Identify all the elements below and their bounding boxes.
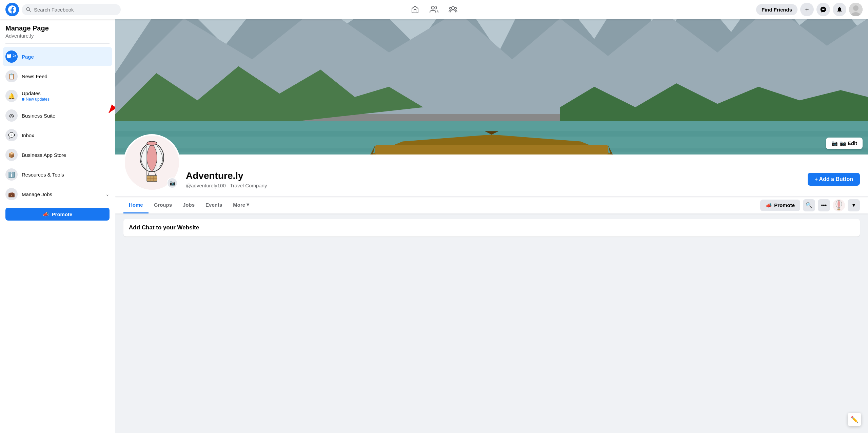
business-suite-icon: ◎ xyxy=(5,109,18,122)
business-app-store-icon: 📦 xyxy=(5,149,18,161)
svg-rect-40 xyxy=(837,208,840,210)
main-layout: Manage Page Adventure.ly 🏳 Page 📋 xyxy=(0,19,868,433)
tab-jobs[interactable]: Jobs xyxy=(177,197,200,213)
page-name-subtitle: Adventure.ly xyxy=(5,33,110,39)
inbox-icon: 💬 xyxy=(5,129,18,141)
bell-icon xyxy=(836,6,843,13)
sidebar-divider xyxy=(5,43,110,44)
messenger-button[interactable] xyxy=(816,3,830,16)
top-navigation: Search Facebook Find Friends ＋ xyxy=(0,0,868,19)
main-content: 📷 📷 Edit xyxy=(115,19,868,433)
user-avatar-icon xyxy=(849,3,863,16)
sidebar-item-resources-tools[interactable]: ℹ️ Resources & Tools xyxy=(3,165,112,184)
manage-jobs-icon: 💼 xyxy=(5,188,18,200)
more-chevron: ▾ xyxy=(246,202,249,208)
sidebar-header: Manage Page Adventure.ly xyxy=(0,19,115,40)
promote-tab-button[interactable]: 📣 Promote xyxy=(760,200,800,211)
promote-icon: 📣 xyxy=(43,211,49,217)
page-handle: @adventurely100 xyxy=(186,183,226,188)
camera-icon: 📷 xyxy=(831,140,838,146)
tab-actions: 📣 Promote 🔍 ••• ▾ xyxy=(760,199,860,211)
tab-groups[interactable]: Groups xyxy=(149,197,177,213)
chat-widget: Add Chat to your Website xyxy=(123,219,860,236)
add-button-label: + Add a Button xyxy=(814,176,853,182)
friends-icon xyxy=(430,5,438,14)
svg-point-0 xyxy=(431,6,434,9)
chat-widget-text: Add Chat to your Website xyxy=(129,224,199,231)
user-avatar[interactable] xyxy=(849,3,863,16)
more-tab-button[interactable]: ••• xyxy=(818,199,830,211)
tab-events[interactable]: Events xyxy=(200,197,228,213)
profile-meta: @adventurely100 · Travel Company xyxy=(186,183,802,188)
page-avatar-small[interactable] xyxy=(833,199,845,211)
page-icon: 🏳 xyxy=(5,50,18,63)
page-category: Travel Company xyxy=(230,183,267,188)
manage-jobs-chevron: ⌄ xyxy=(105,191,110,197)
sidebar-item-inbox-text: Inbox xyxy=(22,132,110,138)
promote-tab-icon: 📣 xyxy=(766,202,772,208)
sidebar-item-page-label: Page xyxy=(22,54,110,60)
search-icon xyxy=(26,7,31,12)
sidebar-item-news-feed[interactable]: 📋 News Feed xyxy=(3,67,112,86)
find-friends-button[interactable]: Find Friends xyxy=(756,4,797,15)
cover-photo-container: 📷 📷 Edit xyxy=(115,19,868,154)
messenger-icon xyxy=(820,6,827,13)
sidebar-item-manage-jobs[interactable]: 💼 Manage Jobs ⌄ xyxy=(3,185,112,204)
meta-separator: · xyxy=(227,183,230,188)
new-updates-dot xyxy=(22,98,24,101)
topnav-right: Find Friends ＋ xyxy=(747,3,863,16)
resources-tools-icon: ℹ️ xyxy=(5,168,18,181)
home-nav-button[interactable] xyxy=(407,1,423,18)
search-bar[interactable]: Search Facebook xyxy=(22,4,121,15)
facebook-logo[interactable] xyxy=(5,3,19,16)
flag-icon xyxy=(6,54,12,60)
add-button[interactable]: ＋ xyxy=(800,3,814,16)
promote-label: Promote xyxy=(52,211,73,217)
svg-point-29 xyxy=(147,141,157,145)
svg-rect-19 xyxy=(375,145,608,154)
sidebar-item-resources-tools-label: Resources & Tools xyxy=(22,172,110,178)
edit-cover-button[interactable]: 📷 📷 Edit xyxy=(826,138,863,149)
search-tab-button[interactable]: 🔍 xyxy=(803,199,815,211)
svg-point-3 xyxy=(455,7,456,9)
home-icon xyxy=(411,5,419,14)
new-updates-text: New updates xyxy=(26,97,50,102)
svg-point-5 xyxy=(853,5,859,11)
promote-tab-label: Promote xyxy=(774,202,795,208)
promote-button[interactable]: 📣 Promote xyxy=(5,208,110,221)
add-button-cta[interactable]: + Add a Button xyxy=(808,173,860,186)
profile-avatar-container: 📷 xyxy=(123,134,180,191)
balloon-tab-avatar xyxy=(833,199,845,211)
sidebar-item-updates-text: Updates New updates xyxy=(22,90,110,102)
sidebar-item-inbox-label: Inbox xyxy=(22,132,110,138)
tab-home[interactable]: Home xyxy=(123,197,149,213)
friends-nav-button[interactable] xyxy=(426,1,442,18)
facebook-icon xyxy=(8,5,16,14)
profile-name: Adventure.ly xyxy=(186,170,802,181)
profile-info: Adventure.ly @adventurely100 · Travel Co… xyxy=(186,170,802,191)
svg-point-2 xyxy=(450,7,451,9)
sidebar-item-page[interactable]: 🏳 Page xyxy=(3,47,112,66)
sidebar-item-business-app-store[interactable]: 📦 Business App Store xyxy=(3,145,112,164)
sidebar-item-business-suite[interactable]: ◎ Business Suite xyxy=(3,106,112,125)
sidebar: Manage Page Adventure.ly 🏳 Page 📋 xyxy=(0,19,115,433)
tab-more[interactable]: More ▾ xyxy=(228,197,255,213)
sidebar-item-updates[interactable]: 🔔 Updates New updates xyxy=(3,86,112,105)
sidebar-item-news-feed-text: News Feed xyxy=(22,74,110,79)
sidebar-item-business-suite-text: Business Suite xyxy=(22,113,110,119)
edit-floating-button[interactable]: ✏️ xyxy=(848,413,861,426)
news-feed-icon: 📋 xyxy=(5,70,18,82)
notifications-button[interactable] xyxy=(833,3,846,16)
sidebar-item-inbox[interactable]: 💬 Inbox xyxy=(3,126,112,145)
groups-icon xyxy=(449,5,457,14)
sidebar-item-business-app-store-label: Business App Store xyxy=(22,152,110,158)
groups-nav-button[interactable] xyxy=(445,1,461,18)
updates-icon: 🔔 xyxy=(5,90,18,102)
sidebar-item-manage-jobs-text: Manage Jobs xyxy=(22,191,105,197)
avatar-camera-badge[interactable]: 📷 xyxy=(167,178,178,188)
edit-label: 📷 Edit xyxy=(840,140,857,146)
sidebar-item-updates-label: Updates xyxy=(22,90,110,96)
profile-area: 📷 Adventure.ly @adventurely100 · Travel … xyxy=(115,154,868,197)
dropdown-tab-button[interactable]: ▾ xyxy=(848,199,860,211)
sidebar-item-manage-jobs-label: Manage Jobs xyxy=(22,191,105,197)
